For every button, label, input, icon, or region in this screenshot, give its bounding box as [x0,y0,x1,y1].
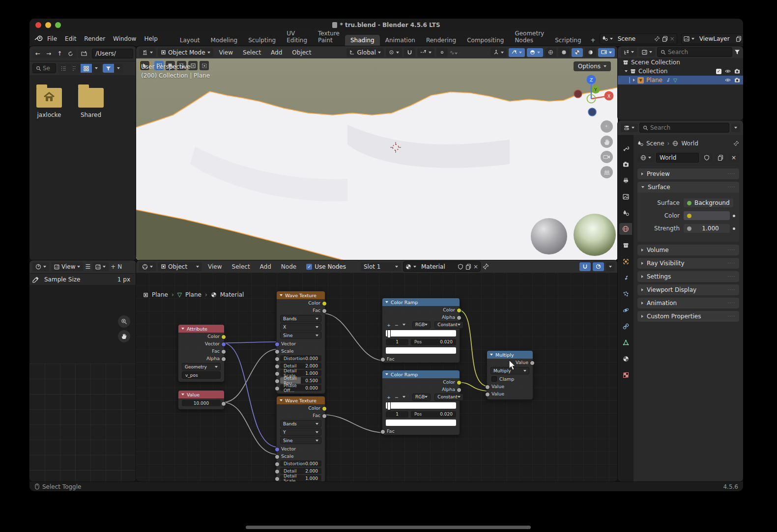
ramp-options-chevron[interactable] [403,396,405,398]
pin-icon[interactable] [654,36,660,42]
socket-alpha-output[interactable] [457,388,461,392]
breadcrumb-mesh[interactable]: Plane [185,291,201,298]
hide-eye-icon[interactable] [725,77,731,83]
tab-scripting[interactable]: Scripting [549,35,586,46]
file-back-button[interactable]: ← [32,49,43,58]
node-value[interactable]: Value 10.000 [178,390,225,410]
world-browse-button[interactable] [637,153,654,162]
tab-modeling[interactable]: Modeling [205,35,243,46]
scene-name[interactable]: Scene [615,35,652,42]
socket-alpha-output[interactable] [457,315,461,320]
file-refresh-button[interactable] [65,49,76,58]
wave-phase-offset-field[interactable]: Phase Off...0.000 [280,385,321,391]
remove-stop-button[interactable]: − [395,322,399,328]
copy-material-icon[interactable] [465,264,471,270]
interpolation-dropdown[interactable]: Constant [434,321,463,329]
tab-texture[interactable] [619,369,632,381]
attribute-type-dropdown[interactable]: Geometry [182,363,221,370]
mode-dropdown[interactable]: Object Mode [158,48,213,57]
menu-window[interactable]: Window [109,31,140,46]
outliner-search-input[interactable]: Search [657,47,732,57]
shader-menu-view[interactable]: View [204,260,226,273]
breadcrumb-scene[interactable]: Scene [646,140,664,147]
sample-size-field[interactable]: Sample Size1 px [41,275,133,284]
viewlayer-icon[interactable] [684,36,690,42]
world-color-swatch[interactable] [684,211,730,220]
proportional-editing-icon[interactable] [436,48,448,57]
viewport-camera-view-button[interactable] [601,151,613,163]
color-ramp-gradient[interactable] [386,330,456,336]
node-color-ramp-1[interactable]: Color Ramp Color Alpha + − RGB Constant … [382,298,460,363]
properties-editor-type-button[interactable] [621,123,637,132]
pin-icon[interactable] [733,140,739,146]
properties-options-chevron[interactable] [731,123,740,132]
socket-vector-output[interactable] [221,342,226,347]
delete-scene-icon[interactable]: × [670,35,675,42]
ramp-stop-handle[interactable] [387,330,391,338]
scene-icon[interactable] [602,35,608,43]
clamp-checkbox[interactable] [491,376,497,382]
display-vertical-list-button[interactable] [58,64,69,73]
panel-viewport-display[interactable]: Viewport Display···· [637,284,739,295]
stop-index-field[interactable]: 1 [386,411,408,418]
viewport-zoom-button[interactable] [601,120,613,133]
xray-toggle-button[interactable] [527,48,543,57]
viewport-ortho-toggle-button[interactable] [601,166,613,178]
new-folder-button[interactable] [78,49,90,58]
interpolation-dropdown[interactable]: Constant [434,393,463,401]
fake-user-shield-icon[interactable] [458,264,463,270]
wave-distortion-field[interactable]: Distortion0.000 [280,460,321,467]
filter-toggle-button[interactable] [103,64,114,73]
viewport-menu-object[interactable]: Object [288,46,315,58]
ramp-stop-handle[interactable] [387,402,391,410]
panel-volume[interactable]: Volume···· [637,245,739,255]
file-search-input[interactable]: Se [32,63,56,73]
material-browse-chevron-icon[interactable] [413,266,416,268]
viewport-editor-type-button[interactable] [139,48,156,57]
file-path-field[interactable]: /Users/ [92,49,133,58]
menu-help[interactable]: Help [140,31,161,46]
pivot-point-dropdown[interactable] [386,48,402,57]
viewport-menu-add[interactable]: Add [267,46,286,58]
socket-value2-input[interactable] [485,392,490,397]
socket-value-output[interactable] [530,361,535,365]
shading-wireframe-button[interactable] [545,48,556,57]
sidebar-menu-icon[interactable]: ☰ [85,263,90,270]
shader-editor-type-button[interactable] [139,262,156,271]
menu-render[interactable]: Render [80,31,109,46]
wave-type-dropdown[interactable]: Bands [280,315,321,322]
material-slot-dropdown[interactable]: Slot 1 [361,262,401,271]
eyedropper-icon[interactable] [32,276,39,283]
stop-position-field[interactable]: Pos0.020 [411,411,456,418]
image-pan-hand-button[interactable] [118,330,130,342]
stop-index-field[interactable]: 1 [386,339,408,345]
outliner-filter-id-button[interactable] [639,48,655,56]
blender-logo-icon[interactable] [34,35,43,43]
outliner-display-mode-button[interactable] [621,48,637,56]
socket-scale-input[interactable] [275,454,280,459]
snap-magnet-icon[interactable] [404,48,415,57]
viewport-canvas[interactable]: Z Y X [136,58,618,260]
copy-world-button[interactable] [715,153,726,162]
panel-preview[interactable]: Preview···· [637,168,739,179]
panel-animation[interactable]: Animation···· [637,298,739,308]
fake-user-shield-button[interactable] [701,153,713,162]
tab-collection[interactable] [619,239,632,251]
render-camera-icon[interactable] [734,68,740,74]
tab-object[interactable] [619,255,632,267]
viewport-pan-hand-button[interactable] [601,136,613,148]
scene-browse-chevron-icon[interactable] [610,38,613,40]
use-nodes-checkbox[interactable]: ✓ Use Nodes [306,263,346,270]
menu-edit[interactable]: Edit [61,31,80,46]
color-mode-dropdown[interactable]: RGB [412,321,431,329]
material-name[interactable]: Material [418,263,456,270]
hide-eye-icon[interactable] [725,68,731,74]
remove-stop-button[interactable]: − [395,394,399,400]
breadcrumb-world[interactable]: World [681,140,698,147]
tab-layout[interactable]: Layout [174,35,205,46]
properties-search-input[interactable]: Search [639,123,729,133]
unlink-material-icon[interactable]: × [473,263,478,270]
socket-fac-output[interactable] [221,349,226,354]
outliner-row-plane[interactable]: | ▼ Plane ▽ [618,76,743,84]
expand-chevron-icon[interactable] [633,79,635,82]
